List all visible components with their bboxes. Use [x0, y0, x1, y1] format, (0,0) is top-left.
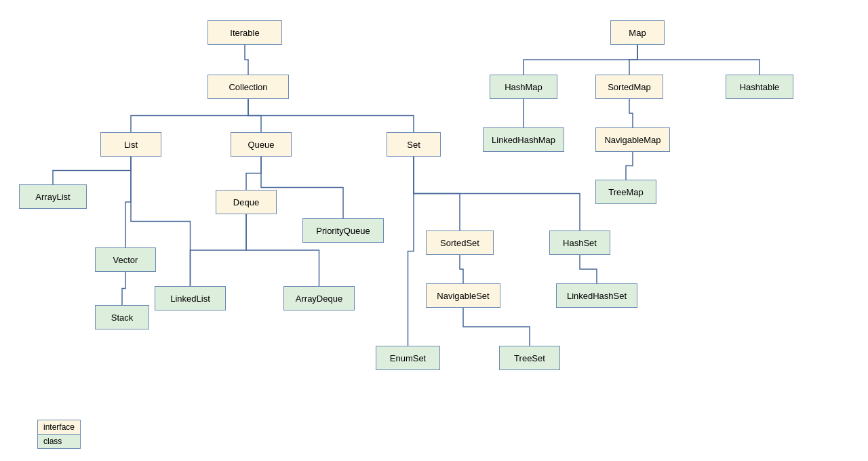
node-sortedmap: SortedMap [595, 75, 663, 99]
node-vector: Vector [95, 247, 156, 272]
node-stack: Stack [95, 305, 149, 329]
node-deque: Deque [216, 190, 277, 214]
node-hashmap: HashMap [490, 75, 557, 99]
node-linkedhashmap: LinkedHashMap [483, 127, 564, 152]
node-linkedhashset: LinkedHashSet [556, 283, 637, 308]
legend: interface class [37, 420, 81, 449]
node-priorityqueue: PriorityQueue [302, 218, 384, 243]
node-iterable: Iterable [208, 20, 282, 45]
node-treemap: TreeMap [595, 180, 656, 204]
node-arraydeque: ArrayDeque [283, 286, 355, 310]
node-navigablemap: NavigableMap [595, 127, 670, 152]
node-set: Set [387, 132, 441, 157]
node-arraylist: ArrayList [19, 184, 87, 209]
node-navigableset: NavigableSet [426, 283, 500, 308]
diagram-container: interface class IterableCollectionListQu… [0, 0, 868, 461]
node-linkedlist: LinkedList [155, 286, 226, 310]
node-sortedset: SortedSet [426, 230, 494, 255]
node-hashtable: Hashtable [726, 75, 793, 99]
node-treeset: TreeSet [499, 346, 560, 370]
node-hashset: HashSet [549, 230, 610, 255]
node-list: List [100, 132, 161, 157]
node-map: Map [610, 20, 665, 45]
node-collection: Collection [208, 75, 289, 99]
legend-interface-label: interface [43, 422, 75, 432]
legend-class-label: class [43, 437, 62, 446]
node-queue: Queue [231, 132, 292, 157]
node-enumset: EnumSet [376, 346, 440, 370]
